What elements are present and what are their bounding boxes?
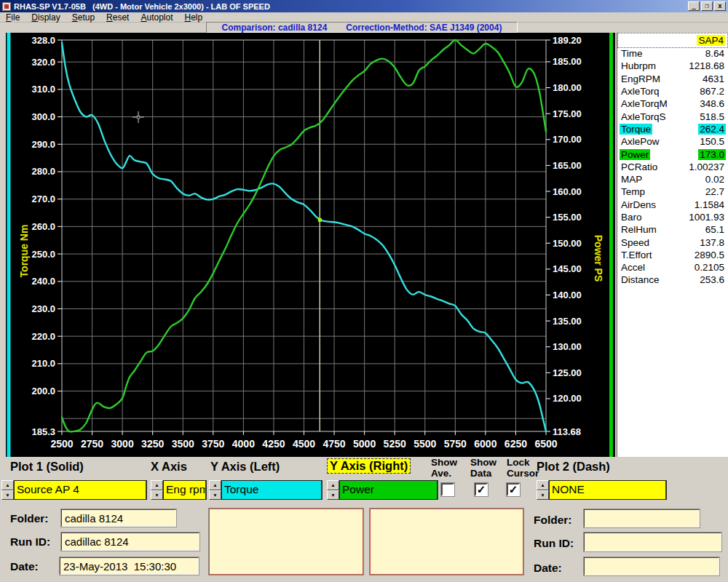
yleft-axis-title: Torque Nm (18, 225, 30, 278)
x-tick-label: 2500 (50, 438, 73, 450)
channel-value: 22.7 (704, 186, 726, 197)
date-input-right[interactable] (584, 557, 719, 575)
folder-label-right: Folder: (534, 514, 572, 527)
x-tick-label: 3000 (111, 438, 134, 450)
data-panel-header[interactable]: SAP4 (618, 33, 727, 47)
x-tick-label: 4750 (323, 438, 345, 450)
window-title: RHAS-SP V1.7-05B (4WD - Motor Vehicle 2x… (14, 2, 270, 11)
yaxis-right-combo-value[interactable]: Power (339, 480, 438, 500)
yleft-tick-label: 328.0 (31, 35, 55, 46)
restore-button[interactable]: ❐ (701, 1, 713, 11)
menu-item-file[interactable]: File (0, 12, 25, 23)
chart-area[interactable]: 328.0320.0310.0300.0290.0280.0270.0260.0… (6, 33, 615, 457)
yright-tick-label: 150.00 (553, 238, 582, 249)
yright-tick-label: 175.00 (553, 108, 582, 119)
yaxis-right-combo-up-arrow[interactable]: ▲ (327, 480, 339, 490)
menu-item-display[interactable]: Display (25, 12, 66, 23)
axis-ticks: 328.0320.0310.0300.0290.0280.0270.0260.0… (31, 35, 581, 450)
close-button[interactable]: x (714, 1, 726, 11)
yaxis-left-combo-down-arrow[interactable]: ▼ (209, 490, 221, 501)
yright-tick-label: 160.00 (553, 186, 582, 197)
comparison-text: Comparison: cadilla 8124 (222, 23, 328, 33)
lock-cursor-checkbox[interactable]: ✓ (507, 483, 520, 496)
plot1-label: Plot 1 (Solid) (10, 460, 84, 474)
channel-label: Distance (620, 274, 661, 285)
menu-item-autoplot[interactable]: Autoplot (135, 12, 178, 23)
yleft-tick-label: 230.0 (31, 303, 55, 314)
channel-label: Speed (620, 237, 651, 248)
date-label-left: Date: (10, 560, 39, 573)
x-tick-label: 6000 (474, 438, 496, 450)
yaxis-right-combo-down-arrow[interactable]: ▼ (327, 490, 339, 501)
show-ave--checkbox[interactable] (441, 483, 454, 496)
yaxis-left-combo-value[interactable]: Torque (221, 480, 323, 500)
panel-row-airdens: AirDens1.1584 (617, 199, 728, 211)
channel-value: 1001.93 (687, 212, 726, 223)
channel-name-badge: SAP4 (697, 35, 725, 46)
lock-cursor-label: Lock Cursor (507, 457, 539, 479)
channel-value: 4631 (701, 73, 726, 84)
channel-value: 173.0 (698, 149, 726, 160)
show-data-checkbox[interactable]: ✓ (475, 483, 488, 496)
channel-label: Torque (620, 124, 652, 135)
x-tick-label: 6250 (505, 438, 527, 450)
yright-tick-label: 120.00 (553, 393, 582, 404)
plot2-combo-up-arrow[interactable]: ▲ (537, 480, 549, 490)
comment-box-plot1[interactable] (209, 509, 363, 575)
channel-label: AxlePow (620, 136, 661, 147)
panel-row-speed: Speed137.8 (617, 236, 728, 248)
title-bar[interactable]: RHAS-SP V1.7-05B (4WD - Motor Vehicle 2x… (0, 0, 728, 12)
live-data-panel: SAP4 Time8.64Hubrpm1218.68EngRPM4631Axle… (617, 33, 728, 457)
yright-tick-label: 145.00 (553, 263, 582, 274)
yright-axis-title: Power PS (593, 235, 604, 282)
plot2-combo-value[interactable]: NONE (549, 480, 667, 500)
yleft-tick-label: 310.0 (31, 84, 55, 95)
app-window: RHAS-SP V1.7-05B (4WD - Motor Vehicle 2x… (0, 0, 728, 582)
channel-value: 262.4 (698, 124, 726, 135)
x-tick-label: 5000 (353, 438, 376, 450)
menu-item-setup[interactable]: Setup (66, 12, 100, 23)
yleft-tick-label: 260.0 (31, 221, 55, 232)
yleft-tick-label: 200.0 (31, 386, 55, 396)
plot1-source-combo: ▲▼Source AP 4 (1, 480, 147, 500)
plot1-source-combo-down-arrow[interactable]: ▼ (1, 490, 14, 501)
channel-value: 2890.5 (693, 250, 726, 260)
channel-value: 150.5 (698, 136, 726, 147)
correction-method-text: Correction-Method: SAE J1349 (2004) (346, 23, 502, 33)
panel-row-t-effort: T.Effort2890.5 (617, 249, 728, 261)
xaxis-combo-up-arrow[interactable]: ▲ (151, 480, 163, 490)
yleft-tick-label: 270.0 (31, 194, 55, 204)
comment-box-plot2[interactable] (370, 509, 523, 575)
channel-label: RelHum (620, 224, 658, 235)
xaxis-combo-value[interactable]: Eng rpm (163, 480, 207, 500)
channel-value: 518.5 (698, 111, 726, 122)
menu-item-help[interactable]: Help (179, 12, 209, 23)
channel-value: 348.6 (698, 98, 726, 109)
channel-value: 0.2105 (693, 262, 726, 273)
plot1-source-combo-value[interactable]: Source AP 4 (14, 480, 147, 500)
plot1-source-combo-up-arrow[interactable]: ▲ (1, 480, 14, 490)
menu-item-reset[interactable]: Reset (100, 12, 135, 23)
yaxis-left-combo-up-arrow[interactable]: ▲ (209, 480, 221, 490)
runid-input-left[interactable] (61, 533, 199, 551)
yleft-tick-label: 220.0 (31, 331, 55, 342)
x-tick-label: 3500 (172, 438, 194, 450)
folder-input-right[interactable] (584, 509, 700, 527)
channel-value: 0.02 (704, 174, 726, 185)
channel-label: Accel (620, 262, 646, 273)
gridlines (62, 40, 546, 431)
yright-label[interactable]: Y Axis (Right) (327, 458, 411, 474)
channel-value: 137.8 (698, 237, 726, 248)
date-input-left[interactable] (60, 557, 199, 575)
yright-tick-label: 125.00 (553, 367, 582, 378)
left-axis-color-bar (7, 33, 11, 457)
runid-input-right[interactable] (584, 533, 721, 551)
comparison-panel: Comparison: cadilla 8124 Correction-Meth… (206, 22, 518, 33)
yleft-tick-label: 280.0 (31, 166, 55, 177)
x-tick-label: 4250 (262, 438, 285, 450)
folder-input-left[interactable] (61, 509, 176, 527)
yleft-tick-label: 185.3 (31, 426, 55, 437)
plot2-combo-down-arrow[interactable]: ▼ (537, 490, 549, 501)
xaxis-combo-down-arrow[interactable]: ▼ (151, 490, 163, 501)
minimize-button[interactable]: _ (688, 1, 700, 11)
